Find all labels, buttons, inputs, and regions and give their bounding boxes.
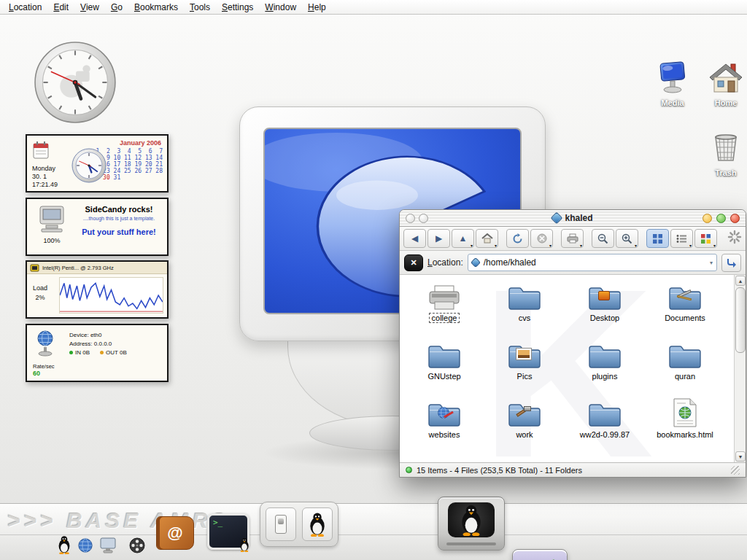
tux-icon [308,512,327,537]
file-item-cvs[interactable]: cvs [484,279,565,338]
terminal-icon: >_ [207,513,249,550]
dock-browser-launcher[interactable] [77,537,93,556]
back-button[interactable]: ◀ [403,229,426,248]
file-item-websites[interactable]: websites [404,396,484,454]
menu-tools[interactable]: Tools [184,1,216,14]
window-statusbar: 15 Items - 4 Files (253,5 KB Total) - 11… [400,462,746,477]
up-button[interactable]: ▲▾ [452,229,474,248]
go-button[interactable] [721,254,741,272]
window-minimize-button[interactable] [703,214,712,223]
dock-windows-drive[interactable] [512,549,568,560]
sidecandy-widget[interactable]: 100% SideCandy rocks! ....though this is… [26,198,169,256]
forward-button[interactable]: ▶ [427,229,450,248]
file-item-work[interactable]: work [484,396,565,454]
dock-addressbook-launcher[interactable]: @ [156,516,194,550]
location-icon [471,257,481,268]
file-label[interactable]: Pics [515,372,535,381]
file-label[interactable]: Documents [662,314,708,322]
list-view-button[interactable]: ▾ [670,229,693,248]
dock-display-launcher[interactable] [99,537,117,556]
clock-widget[interactable] [34,41,117,124]
scroll-up-icon[interactable]: ▲ [735,276,746,286]
status-text: 15 Items - 4 Files (253,5 KB Total) - 11… [417,466,582,475]
desktop-icon-trash[interactable]: Trash [703,130,747,177]
window-shade-button[interactable] [419,214,428,223]
clear-location-button[interactable]: ✕ [404,254,423,271]
menu-edit[interactable]: Edit [47,1,74,14]
drive-mask-icon [448,502,495,537]
dock-linux-drive[interactable] [438,497,505,551]
menu-window[interactable]: Window [259,1,302,14]
window-sticky-button[interactable] [406,214,415,223]
calendar-clock-icon [71,147,107,184]
calendar-date: 30. 1 [32,173,58,181]
file-label[interactable]: websites [427,430,462,439]
location-label: Location: [427,257,463,268]
photo-emblem-icon [516,349,531,359]
zoom-out-button[interactable] [592,229,614,248]
home-button[interactable]: ▾ [476,229,498,248]
scroll-down-icon[interactable]: ▼ [735,451,746,462]
desktop-icon-media[interactable]: Media [649,61,696,107]
status-led-icon [406,467,412,473]
file-item-documents[interactable]: Documents [645,279,725,338]
icon-view-button[interactable] [646,229,669,248]
scrollbar-thumb[interactable] [735,287,746,353]
reload-button[interactable] [506,229,529,248]
vertical-scrollbar[interactable]: ▲ ▼ [734,275,746,462]
file-item-desktop[interactable]: Desktop [565,279,645,338]
file-item-ww2d[interactable]: ww2d-0.99.87 [565,396,645,454]
stop-button[interactable]: ▾ [530,229,553,248]
resize-grip[interactable] [731,466,740,475]
file-label[interactable]: work [514,430,535,439]
window-titlebar[interactable]: khaled [400,210,746,227]
file-item-college[interactable]: college [404,279,484,338]
file-manager-window[interactable]: khaled ◀ ▶ ▲▾ ▾ [399,209,746,478]
dock-tux-small[interactable] [57,535,71,557]
file-label[interactable]: plugins [590,372,620,381]
dock-movies-launcher[interactable] [128,537,146,557]
window-maximize-button[interactable] [716,214,726,223]
menu-settings[interactable]: Settings [216,1,259,14]
cpu-chip-icon [30,264,39,272]
sidecandy-message: Put your stuff here! [72,228,166,236]
file-label[interactable]: GNUstep [425,372,462,381]
menu-help[interactable]: Help [302,1,332,14]
dock-terminal-launcher[interactable]: >_ [207,513,249,550]
file-label[interactable]: ww2d-0.99.87 [578,430,632,439]
network-monitor-widget[interactable]: Rate/sec 60 Device: eth0 Address: 0.0.0.… [26,324,169,382]
file-item-bookmarks[interactable]: bookmarks.html [645,396,725,454]
calendar-month: January 2006 [120,139,161,147]
zoom-in-button[interactable]: ▾ [616,229,638,248]
desktop-icon-home[interactable]: Home [703,61,747,107]
menu-location[interactable]: Location [3,1,47,14]
sidecandy-percent: 100% [33,237,71,244]
menu-bookmarks[interactable]: Bookmarks [128,1,184,14]
cpu-load: Load 2% [33,284,47,303]
file-label[interactable]: cvs [516,314,533,322]
sidecandy-subtitle: ....though this is just a template. [72,216,166,221]
calendar-widget[interactable]: January 2006 1 2 3 4 5 6 7 8 9 10 11 12 … [26,134,169,192]
file-item-pics[interactable]: Pics [484,338,565,396]
file-item-plugins[interactable]: plugins [565,338,645,396]
file-item-gnustep[interactable]: GNUstep [404,338,484,396]
windows-flag-icon [524,556,556,560]
window-toolbar: ◀ ▶ ▲▾ ▾ ▾ [400,227,746,251]
menu-go[interactable]: Go [105,1,128,14]
file-label[interactable]: Desktop [588,314,622,322]
file-label[interactable]: quran [673,372,697,381]
dock-switcher-applet[interactable] [260,502,338,547]
window-close-button[interactable] [730,214,740,223]
file-label[interactable]: bookmarks.html [654,430,716,439]
combo-dropdown-icon[interactable]: ▾ [710,260,713,266]
location-combobox[interactable]: /home/khaled ▾ [468,254,717,271]
menu-view[interactable]: View [74,1,105,14]
print-button[interactable]: ▾ [561,229,584,248]
file-label[interactable]: college [430,314,460,322]
cpu-monitor-widget[interactable]: Intel(R) Penti... @ 2.793 GHz Load 2% [26,260,169,319]
file-icon-view[interactable]: K college cvs [400,275,746,462]
retro-computer-icon [37,205,66,233]
go-arrow-icon [727,257,737,268]
file-item-quran[interactable]: quran [645,338,725,396]
detail-view-button[interactable]: ▾ [694,229,717,248]
